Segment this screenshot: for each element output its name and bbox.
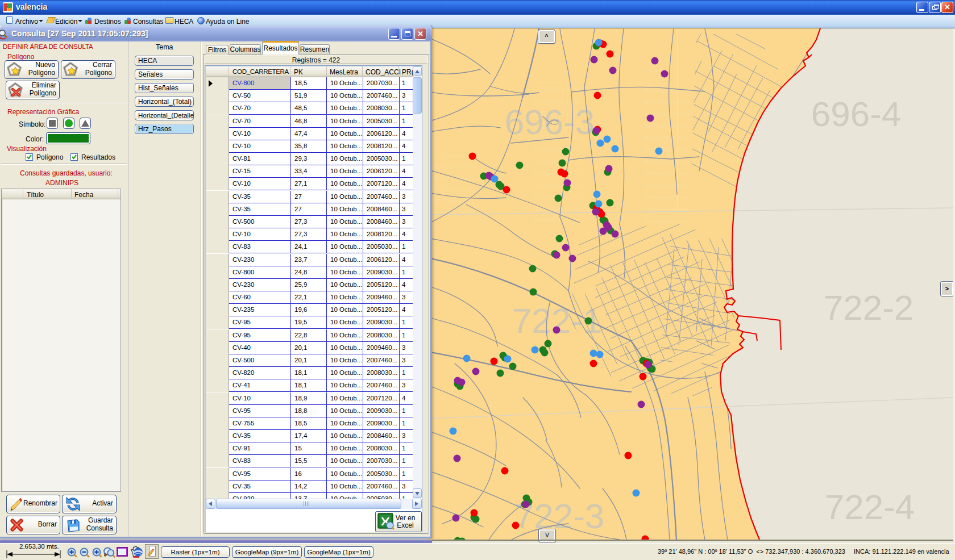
svg-text:soft Office Word: soft Office Word <box>429 174 474 181</box>
svg-text:soft Office Word: soft Office Word <box>429 163 474 170</box>
svg-text:Administradores: Administradores <box>644 194 690 200</box>
svg-text:Fecha de modificación: Fecha de modificación <box>533 78 596 85</box>
svg-text:31/03/2011 16:51: 31/03/2011 16:51 <box>533 218 582 224</box>
svg-text:Administradores: Administradores <box>644 170 690 177</box>
svg-text:atributos: atributos <box>625 78 650 85</box>
svg-text:31/03/2011 16:58: 31/03/2011 16:58 <box>533 182 582 189</box>
svg-text:31/03/2011 16:57: 31/03/2011 16:57 <box>533 170 582 177</box>
svg-text:722-4: 722-4 <box>825 487 915 526</box>
svg-text:soft Office Word: soft Office Word <box>429 208 474 215</box>
svg-text:696-4: 696-4 <box>811 94 902 133</box>
svg-text:Administradores: Administradores <box>644 98 690 105</box>
svg-text:Administradores: Administradores <box>644 146 690 153</box>
svg-text:Administradores: Administradores <box>644 206 690 212</box>
svg-text:31/03/2011 16:55: 31/03/2011 16:55 <box>533 146 582 153</box>
svg-text:Administradores: Administradores <box>644 218 690 224</box>
svg-text:Administradores: Administradores <box>644 134 690 141</box>
svg-text:soft Office Word: soft Office Word <box>429 186 474 193</box>
svg-text:722-2: 722-2 <box>824 288 914 327</box>
svg-text:soft Office Word: soft Office Word <box>429 152 474 158</box>
svg-text:Administradores: Administradores <box>644 182 690 189</box>
svg-text:31/03/2011 16:50: 31/03/2011 16:50 <box>533 86 582 93</box>
svg-text:Administradores: Administradores <box>644 122 690 129</box>
